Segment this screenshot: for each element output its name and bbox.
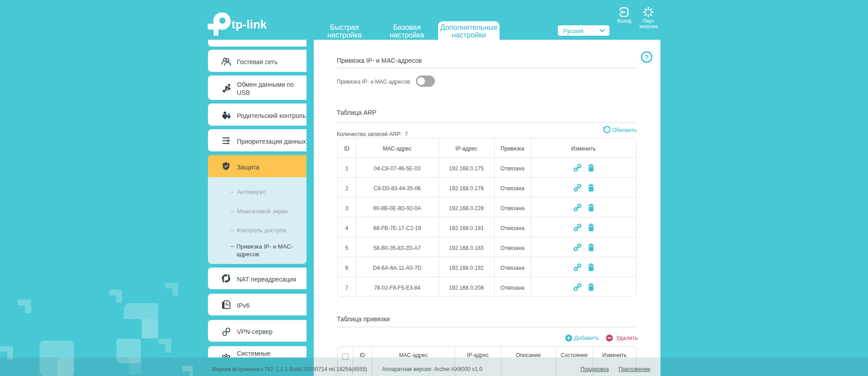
svg-text:?: ? bbox=[645, 53, 649, 61]
